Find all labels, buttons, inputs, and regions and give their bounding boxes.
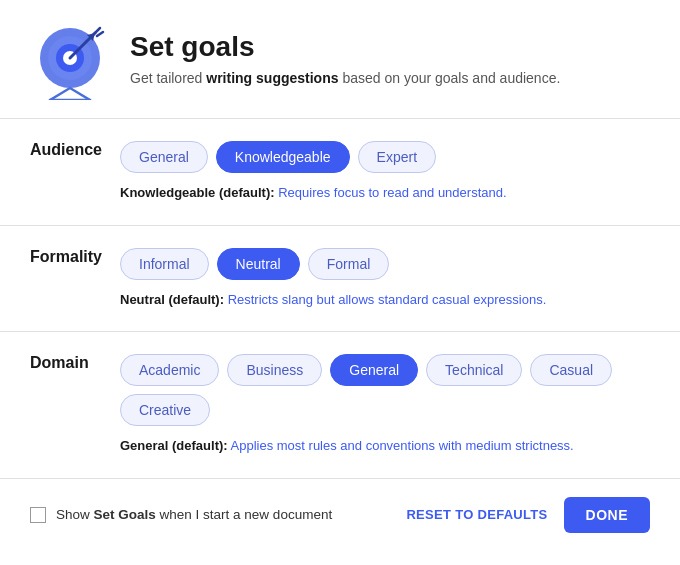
domain-btn-casual[interactable]: Casual bbox=[530, 354, 612, 386]
formality-section: Formality Informal Neutral Formal Neutra… bbox=[0, 226, 680, 333]
audience-section: Audience General Knowledgeable Expert Kn… bbox=[0, 119, 680, 226]
svg-line-1 bbox=[70, 88, 90, 100]
footer-right: RESET TO DEFAULTS DONE bbox=[406, 497, 650, 533]
audience-desc-bold: Knowledgeable (default): bbox=[120, 185, 275, 200]
reset-defaults-button[interactable]: RESET TO DEFAULTS bbox=[406, 507, 547, 522]
header-section: Set goals Get tailored writing suggestio… bbox=[0, 0, 680, 119]
audience-description: Knowledgeable (default): Requires focus … bbox=[120, 183, 650, 203]
audience-btn-general[interactable]: General bbox=[120, 141, 208, 173]
footer-set-goals-bold: Set Goals bbox=[94, 507, 156, 522]
desc-bold: writing suggestions bbox=[206, 70, 338, 86]
domain-label: Domain bbox=[30, 354, 120, 372]
formality-label: Formality bbox=[30, 248, 120, 266]
audience-btn-expert[interactable]: Expert bbox=[358, 141, 436, 173]
svg-line-0 bbox=[50, 88, 70, 100]
formality-desc-bold: Neutral (default): bbox=[120, 292, 224, 307]
footer-section: Show Set Goals when I start a new docume… bbox=[0, 479, 680, 551]
header-description: Get tailored writing suggestions based o… bbox=[130, 69, 560, 89]
domain-desc-bold: General (default): bbox=[120, 438, 228, 453]
header-text: Set goals Get tailored writing suggestio… bbox=[130, 31, 560, 89]
formality-desc-rest: Restricts slang but allows standard casu… bbox=[228, 292, 547, 307]
formality-btn-formal[interactable]: Formal bbox=[308, 248, 390, 280]
formality-btn-informal[interactable]: Informal bbox=[120, 248, 209, 280]
audience-content: General Knowledgeable Expert Knowledgeab… bbox=[120, 141, 650, 203]
formality-content: Informal Neutral Formal Neutral (default… bbox=[120, 248, 650, 310]
page-title: Set goals bbox=[130, 31, 560, 63]
domain-description: General (default): Applies most rules an… bbox=[120, 436, 650, 456]
domain-btn-general[interactable]: General bbox=[330, 354, 418, 386]
show-goals-checkbox[interactable] bbox=[30, 507, 46, 523]
target-icon bbox=[30, 20, 110, 100]
formality-btn-neutral[interactable]: Neutral bbox=[217, 248, 300, 280]
footer-checkbox-label: Show Set Goals when I start a new docume… bbox=[56, 507, 332, 522]
domain-btn-group: Academic Business General Technical Casu… bbox=[120, 354, 650, 426]
audience-btn-group: General Knowledgeable Expert bbox=[120, 141, 650, 173]
audience-label: Audience bbox=[30, 141, 120, 159]
svg-line-9 bbox=[95, 28, 100, 33]
audience-btn-knowledgeable[interactable]: Knowledgeable bbox=[216, 141, 350, 173]
footer-left: Show Set Goals when I start a new docume… bbox=[30, 507, 332, 523]
domain-section: Domain Academic Business General Technic… bbox=[0, 332, 680, 479]
desc-after: based on your goals and audience. bbox=[339, 70, 561, 86]
formality-btn-group: Informal Neutral Formal bbox=[120, 248, 650, 280]
done-button[interactable]: DONE bbox=[564, 497, 650, 533]
domain-btn-technical[interactable]: Technical bbox=[426, 354, 522, 386]
formality-description: Neutral (default): Restricts slang but a… bbox=[120, 290, 650, 310]
domain-btn-business[interactable]: Business bbox=[227, 354, 322, 386]
audience-desc-rest: Requires focus to read and understand. bbox=[278, 185, 506, 200]
svg-line-10 bbox=[97, 32, 103, 36]
domain-btn-academic[interactable]: Academic bbox=[120, 354, 219, 386]
desc-before: Get tailored bbox=[130, 70, 206, 86]
domain-btn-creative[interactable]: Creative bbox=[120, 394, 210, 426]
domain-desc-rest: Applies most rules and conventions with … bbox=[231, 438, 574, 453]
logo-container bbox=[30, 20, 110, 100]
domain-content: Academic Business General Technical Casu… bbox=[120, 354, 650, 456]
